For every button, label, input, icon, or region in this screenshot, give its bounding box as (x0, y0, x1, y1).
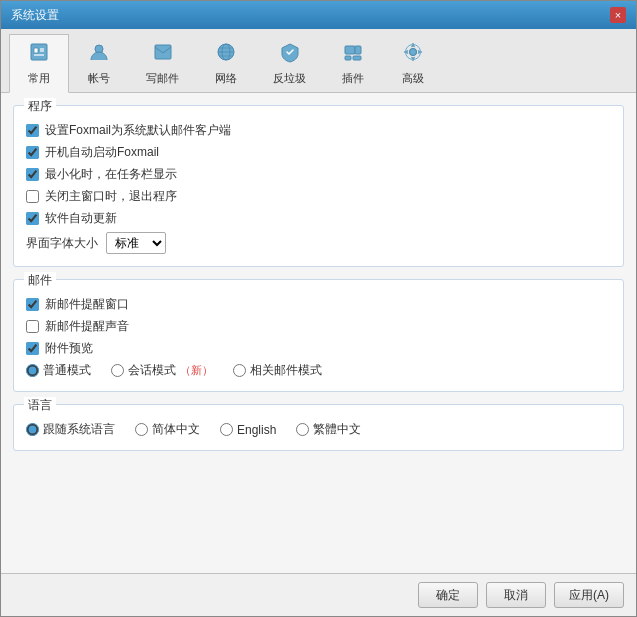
checkbox-new-mail-window[interactable] (26, 298, 39, 311)
mail-section-title: 邮件 (24, 272, 56, 289)
checkbox-attachment-preview-row: 附件预览 (26, 340, 611, 357)
radio-follow-system[interactable] (26, 423, 39, 436)
mail-section: 邮件 新邮件提醒窗口 新邮件提醒声音 附件预览 普通模式 (13, 279, 624, 392)
svg-rect-15 (353, 56, 361, 60)
svg-point-18 (410, 49, 417, 56)
tab-antispam-label: 反垃圾 (273, 71, 306, 86)
close-button[interactable]: × (610, 7, 626, 23)
antispam-icon (279, 41, 301, 68)
tab-network-label: 网络 (215, 71, 237, 86)
tab-compose-label: 写邮件 (146, 71, 179, 86)
cancel-button[interactable]: 取消 (486, 582, 546, 608)
apply-button[interactable]: 应用(A) (554, 582, 624, 608)
radio-english-item[interactable]: English (220, 423, 276, 437)
checkbox-attachment-preview-label: 附件预览 (45, 340, 93, 357)
tab-compose[interactable]: 写邮件 (129, 34, 196, 93)
network-icon (215, 41, 237, 68)
radio-follow-system-label: 跟随系统语言 (43, 421, 115, 438)
checkbox-minimize-taskbar-label: 最小化时，在任务栏显示 (45, 166, 177, 183)
tab-bar: 常用 帐号 写邮件 (1, 29, 636, 93)
language-row: 跟随系统语言 简体中文 English 繁體中文 (26, 421, 611, 438)
svg-rect-14 (345, 56, 351, 60)
program-section-title: 程序 (24, 98, 56, 115)
checkbox-default-client-label: 设置Foxmail为系统默认邮件客户端 (45, 122, 231, 139)
svg-rect-13 (355, 46, 361, 54)
tab-plugins-label: 插件 (342, 71, 364, 86)
svg-rect-0 (31, 44, 47, 60)
radio-simplified-chinese-label: 简体中文 (152, 421, 200, 438)
language-section-title: 语言 (24, 397, 56, 414)
checkbox-auto-start[interactable] (26, 146, 39, 159)
language-section: 语言 跟随系统语言 简体中文 English (13, 404, 624, 451)
checkbox-new-mail-window-label: 新邮件提醒窗口 (45, 296, 129, 313)
checkbox-auto-update-row: 软件自动更新 (26, 210, 611, 227)
tab-account-label: 帐号 (88, 71, 110, 86)
checkbox-auto-update[interactable] (26, 212, 39, 225)
checkbox-default-client[interactable] (26, 124, 39, 137)
tab-advanced-label: 高级 (402, 71, 424, 86)
program-section: 程序 设置Foxmail为系统默认邮件客户端 开机自动启动Foxmail 最小化… (13, 105, 624, 267)
account-icon (88, 41, 110, 68)
tab-plugins[interactable]: 插件 (323, 34, 383, 93)
program-section-content: 设置Foxmail为系统默认邮件客户端 开机自动启动Foxmail 最小化时，在… (26, 122, 611, 254)
checkbox-close-exit-label: 关闭主窗口时，退出程序 (45, 188, 177, 205)
svg-rect-1 (34, 48, 38, 53)
session-mode-new-badge: （新） (180, 363, 213, 378)
checkbox-attachment-preview[interactable] (26, 342, 39, 355)
font-size-select[interactable]: 小 标准 大 (106, 232, 166, 254)
radio-traditional-chinese-label: 繁體中文 (313, 421, 361, 438)
radio-related-mode[interactable] (233, 364, 246, 377)
radio-normal-mode[interactable] (26, 364, 39, 377)
view-mode-row: 普通模式 会话模式 （新） 相关邮件模式 (26, 362, 611, 379)
title-bar: 系统设置 × (1, 1, 636, 29)
checkbox-new-mail-window-row: 新邮件提醒窗口 (26, 296, 611, 313)
checkbox-new-mail-sound[interactable] (26, 320, 39, 333)
radio-follow-system-item[interactable]: 跟随系统语言 (26, 421, 115, 438)
tab-account[interactable]: 帐号 (69, 34, 129, 93)
font-size-row: 界面字体大小 小 标准 大 (26, 232, 611, 254)
radio-traditional-chinese[interactable] (296, 423, 309, 436)
radio-session-mode-label: 会话模式 (128, 362, 176, 379)
radio-traditional-chinese-item[interactable]: 繁體中文 (296, 421, 361, 438)
radio-english-label: English (237, 423, 276, 437)
checkbox-auto-start-label: 开机自动启动Foxmail (45, 144, 159, 161)
radio-english[interactable] (220, 423, 233, 436)
advanced-icon (402, 41, 424, 68)
tab-general-label: 常用 (28, 71, 50, 86)
mail-section-content: 新邮件提醒窗口 新邮件提醒声音 附件预览 普通模式 (26, 296, 611, 379)
svg-rect-12 (345, 46, 355, 54)
tab-advanced[interactable]: 高级 (383, 34, 443, 93)
radio-related-mode-item[interactable]: 相关邮件模式 (233, 362, 322, 379)
radio-normal-mode-item[interactable]: 普通模式 (26, 362, 91, 379)
tab-antispam[interactable]: 反垃圾 (256, 34, 323, 93)
footer: 确定 取消 应用(A) (1, 573, 636, 616)
radio-session-mode-item[interactable]: 会话模式 （新） (111, 362, 213, 379)
checkbox-auto-update-label: 软件自动更新 (45, 210, 117, 227)
ok-button[interactable]: 确定 (418, 582, 478, 608)
main-content: 程序 设置Foxmail为系统默认邮件客户端 开机自动启动Foxmail 最小化… (1, 93, 636, 573)
general-icon (28, 41, 50, 68)
radio-normal-mode-label: 普通模式 (43, 362, 91, 379)
checkbox-new-mail-sound-label: 新邮件提醒声音 (45, 318, 129, 335)
checkbox-minimize-taskbar[interactable] (26, 168, 39, 181)
svg-rect-6 (155, 45, 171, 59)
tab-general[interactable]: 常用 (9, 34, 69, 93)
tab-network[interactable]: 网络 (196, 34, 256, 93)
radio-simplified-chinese[interactable] (135, 423, 148, 436)
checkbox-auto-start-row: 开机自动启动Foxmail (26, 144, 611, 161)
font-size-label: 界面字体大小 (26, 235, 98, 252)
checkbox-close-exit[interactable] (26, 190, 39, 203)
checkbox-close-exit-row: 关闭主窗口时，退出程序 (26, 188, 611, 205)
plugins-icon (342, 41, 364, 68)
radio-related-mode-label: 相关邮件模式 (250, 362, 322, 379)
checkbox-minimize-taskbar-row: 最小化时，在任务栏显示 (26, 166, 611, 183)
language-section-content: 跟随系统语言 简体中文 English 繁體中文 (26, 421, 611, 438)
radio-session-mode[interactable] (111, 364, 124, 377)
compose-icon (152, 41, 174, 68)
radio-simplified-chinese-item[interactable]: 简体中文 (135, 421, 200, 438)
window-title: 系统设置 (11, 7, 59, 24)
checkbox-default-client-row: 设置Foxmail为系统默认邮件客户端 (26, 122, 611, 139)
checkbox-new-mail-sound-row: 新邮件提醒声音 (26, 318, 611, 335)
system-settings-window: 系统设置 × 常用 (0, 0, 637, 617)
